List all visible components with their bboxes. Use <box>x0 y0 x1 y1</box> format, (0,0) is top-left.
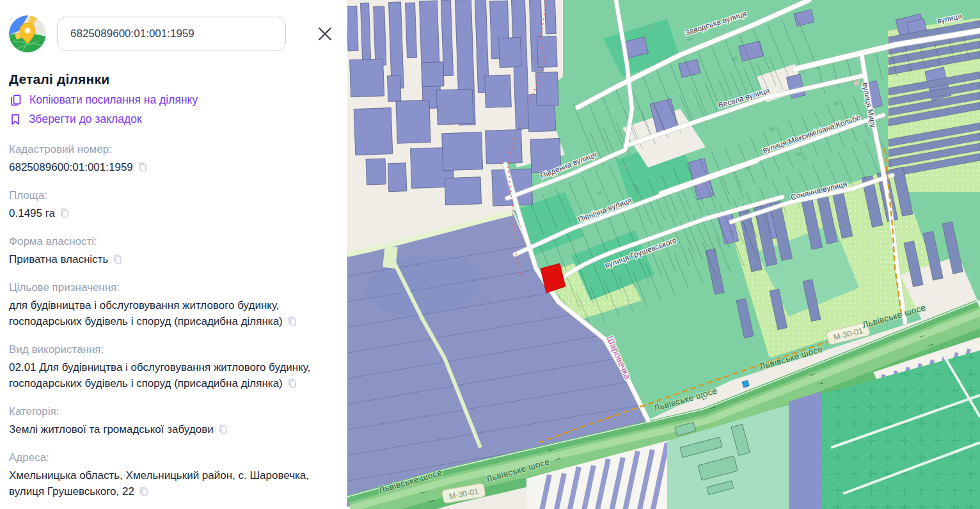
field-category: Категорія: Землі житлової та громадської… <box>9 403 338 439</box>
field-value: Землі житлової та громадської забудови <box>9 423 214 435</box>
close-button[interactable] <box>314 23 336 45</box>
field-value: 6825089600:01:001:1959 <box>9 161 133 173</box>
field-cadastral-number: Кадастровий номер: 6825089600:01:001:195… <box>9 141 338 176</box>
field-label: Вид використання: <box>9 341 338 357</box>
bookmark-icon <box>9 113 22 126</box>
copy-value-icon[interactable] <box>287 377 297 393</box>
fields-list: Кадастровий номер: 6825089600:01:001:195… <box>9 141 338 501</box>
map-area: ←→←→←→←→←→ М-30-01М-30-01 Заводська вули… <box>347 0 980 509</box>
field-value: для будівництва і обслуговування житлово… <box>9 299 283 327</box>
close-icon <box>317 26 333 42</box>
copy-parcel-link-label: Копіювати посилання на ділянку <box>29 93 198 107</box>
save-bookmark-label: Зберегти до закладок <box>29 113 142 126</box>
field-area: Площа: 0.1495 га <box>9 187 338 223</box>
search-input[interactable] <box>70 27 273 40</box>
field-label: Площа: <box>9 187 338 203</box>
field-use-type: Вид використання: 02.01 Для будівництва … <box>9 341 338 393</box>
copy-value-icon[interactable] <box>138 161 147 176</box>
field-value: 0.1495 га <box>9 207 55 219</box>
copy-value-icon[interactable] <box>113 253 122 269</box>
map-canvas[interactable]: ←→←→←→←→←→ М-30-01М-30-01 Заводська вули… <box>347 0 980 509</box>
map-marker[interactable] <box>742 380 749 388</box>
field-label: Кадастровий номер: <box>9 141 338 157</box>
copy-value-icon[interactable] <box>218 423 228 439</box>
field-ownership: Форма власності: Приватна власність <box>9 233 338 269</box>
panel-header <box>0 0 347 52</box>
purple-strip-parcel <box>789 391 822 509</box>
page-title: Деталі ділянки <box>9 72 338 87</box>
field-label: Адреса: <box>9 450 338 466</box>
copy-value-icon[interactable] <box>59 207 69 223</box>
app-logo[interactable] <box>9 15 46 52</box>
field-label: Цільове призначення: <box>9 279 338 295</box>
copy-value-icon[interactable] <box>139 485 148 501</box>
field-address: Адреса: Хмельницька область, Хмельницьки… <box>9 450 338 501</box>
field-value: Приватна власність <box>9 253 108 265</box>
copy-parcel-link-button[interactable]: Копіювати посилання на ділянку <box>9 93 338 107</box>
field-label: Форма власності: <box>9 233 338 249</box>
copy-link-icon <box>9 93 22 107</box>
save-bookmark-button[interactable]: Зберегти до закладок <box>9 113 338 126</box>
field-label: Категорія: <box>9 403 338 419</box>
field-value: Хмельницька область, Хмельницький район,… <box>9 469 309 497</box>
field-value: 02.01 Для будівництва і обслуговування ж… <box>9 361 310 389</box>
parcel-details-panel[interactable]: Деталі ділянки Копіювати посилання на ді… <box>0 0 347 509</box>
field-purpose: Цільове призначення: для будівництва і о… <box>9 279 338 331</box>
search-box <box>57 17 286 51</box>
map-logo-icon <box>9 15 46 52</box>
copy-value-icon[interactable] <box>287 315 297 331</box>
